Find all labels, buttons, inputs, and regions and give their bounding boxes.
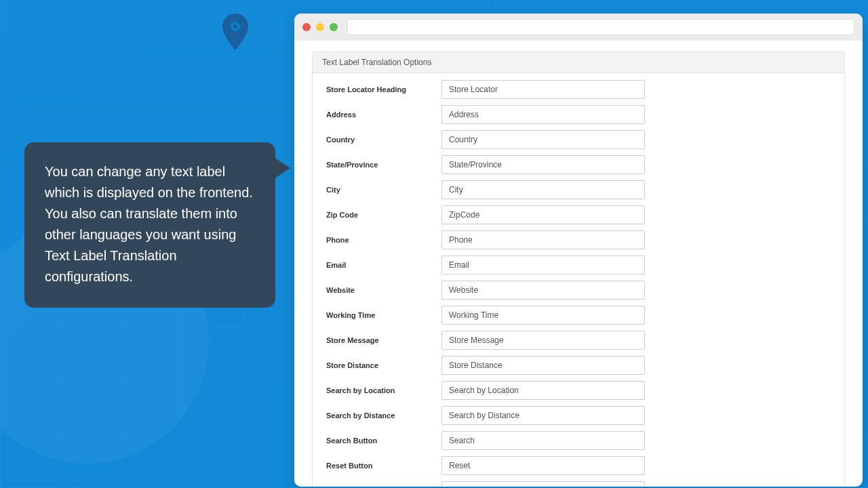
callout-text: You can change any text label which is d…: [45, 164, 253, 284]
form-row: Address: [326, 105, 831, 124]
field-input[interactable]: [441, 105, 645, 124]
field-input-wrap: [441, 130, 645, 149]
field-label: Email: [326, 261, 441, 269]
field-input-wrap: [441, 180, 645, 199]
form-row: Search by Distance: [326, 406, 831, 425]
field-label: Address: [326, 110, 441, 119]
form-row: Store Message: [326, 331, 831, 350]
field-input[interactable]: [441, 356, 645, 375]
form-row: Zip Code: [326, 205, 831, 224]
field-input[interactable]: [441, 456, 645, 475]
field-label: Search Button: [326, 436, 441, 445]
window-titlebar: [294, 14, 863, 41]
field-input[interactable]: [441, 381, 645, 400]
field-label: Phone: [326, 236, 441, 244]
url-bar[interactable]: [347, 19, 854, 35]
form-row: Email: [326, 256, 831, 274]
field-input[interactable]: [441, 230, 645, 249]
field-input-wrap: [441, 155, 645, 174]
field-label: Zip Code: [326, 211, 441, 219]
field-input[interactable]: [441, 256, 645, 274]
field-input-wrap: [441, 406, 645, 425]
field-label: Website: [326, 286, 441, 294]
form-row: Store Locator Heading: [326, 80, 831, 99]
form-row: Website: [326, 281, 831, 300]
field-input[interactable]: [441, 155, 645, 174]
form-row: Search by Location: [326, 381, 831, 400]
field-label: Store Locator Heading: [326, 85, 441, 94]
field-input[interactable]: [441, 80, 645, 99]
form-row: Search Button: [326, 431, 831, 450]
form-row: Reset Button: [326, 456, 831, 475]
svg-point-1: [233, 24, 237, 28]
field-label: City: [326, 186, 441, 194]
field-input[interactable]: [441, 406, 645, 425]
field-input-wrap: [441, 381, 645, 400]
translation-panel: Text Label Translation Options Store Loc…: [312, 52, 845, 487]
app-window: Text Label Translation Options Store Loc…: [294, 14, 863, 487]
field-input[interactable]: [441, 331, 645, 350]
field-label: Reset Button: [326, 462, 441, 470]
form-row: Country: [326, 130, 831, 149]
field-label: Store Message: [326, 336, 441, 344]
field-input-wrap: [441, 331, 645, 350]
field-input[interactable]: [441, 130, 645, 149]
form-row: Working Time: [326, 306, 831, 325]
field-label: State/Province: [326, 161, 441, 169]
field-input[interactable]: [441, 205, 645, 224]
panel-body: Store Locator HeadingAddressCountryState…: [313, 73, 844, 487]
field-label: Search by Distance: [326, 411, 441, 420]
maximize-icon[interactable]: [330, 23, 338, 31]
field-input-wrap: [441, 306, 645, 325]
field-input-wrap: [441, 431, 645, 450]
field-label: Country: [326, 136, 441, 144]
field-input-wrap: [441, 205, 645, 224]
field-input[interactable]: [441, 306, 645, 325]
map-pin-icon: [221, 14, 250, 52]
field-input-wrap: [441, 356, 645, 375]
field-label: Working Time: [326, 311, 441, 319]
field-input[interactable]: [441, 180, 645, 199]
field-label: Search by Location: [326, 386, 441, 394]
form-row: State/Province: [326, 155, 831, 174]
form-row: Phone: [326, 230, 831, 249]
field-input[interactable]: [441, 281, 645, 300]
close-icon[interactable]: [302, 23, 311, 31]
field-input-wrap: [441, 230, 645, 249]
field-input-wrap: [441, 281, 645, 300]
minimize-icon[interactable]: [316, 23, 324, 31]
form-row: City: [326, 180, 831, 199]
panel-title: Text Label Translation Options: [313, 52, 844, 73]
field-label: Store Distance: [326, 361, 441, 369]
window-content: Text Label Translation Options Store Loc…: [294, 41, 863, 487]
field-input[interactable]: [441, 431, 645, 450]
form-row: Get Store Button: [326, 481, 831, 487]
field-input[interactable]: [441, 481, 645, 487]
field-input-wrap: [441, 80, 645, 99]
form-row: Store Distance: [326, 356, 831, 375]
field-input-wrap: [441, 105, 645, 124]
field-input-wrap: [441, 456, 645, 475]
field-input-wrap: [441, 256, 645, 274]
field-input-wrap: [441, 481, 645, 487]
callout-tooltip: You can change any text label which is d…: [24, 142, 275, 308]
